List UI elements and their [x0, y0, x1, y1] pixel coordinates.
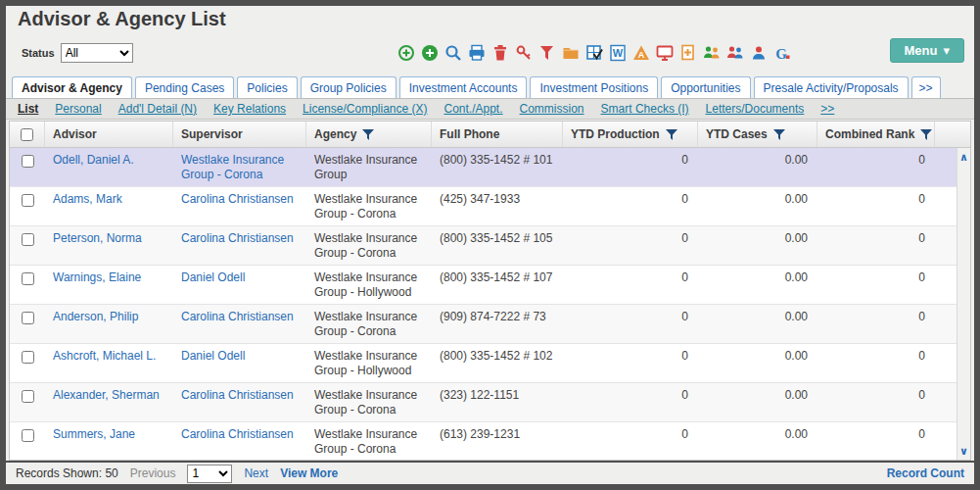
tab-pending-cases[interactable]: Pending Cases — [135, 76, 234, 98]
filter-icon[interactable] — [666, 129, 677, 140]
row-checkbox[interactable] — [22, 312, 34, 324]
filter-export-icon[interactable] — [538, 44, 556, 62]
column-header-ytd-production[interactable]: YTD Production — [563, 122, 698, 147]
row-checkbox[interactable] — [22, 429, 34, 442]
advisor-cell: Summers, Jane — [45, 422, 173, 460]
print-icon[interactable] — [468, 44, 486, 62]
monitor-icon[interactable] — [656, 44, 674, 62]
smart-checks-icon[interactable] — [585, 44, 603, 62]
subnav-item-letters-documents[interactable]: Letters/Documents — [706, 102, 805, 116]
column-header-combined-rank[interactable]: Combined Rank — [817, 122, 935, 147]
subnav-item-list[interactable]: List — [18, 102, 38, 116]
contact-icon[interactable] — [750, 44, 768, 62]
filter-icon[interactable] — [773, 129, 785, 140]
supervisor-cell: Carolina Christiansen — [173, 422, 306, 460]
word-doc-icon[interactable]: W — [609, 44, 627, 62]
select-all-checkbox[interactable] — [21, 128, 33, 141]
table-row[interactable]: Ashcroft, Michael L.Daniel OdellWestlake… — [10, 344, 970, 383]
advisor-link[interactable]: Adams, Mark — [53, 192, 122, 206]
subnav-item-key-relations[interactable]: Key Relations — [213, 102, 286, 116]
supervisor-cell: Carolina Christiansen — [173, 226, 306, 265]
row-checkbox[interactable] — [22, 272, 34, 285]
tab-overflow[interactable]: >> — [911, 76, 941, 98]
row-checkbox[interactable] — [22, 233, 34, 246]
tab-opportunities[interactable]: Opportunities — [661, 76, 750, 98]
table-row[interactable]: Anderson, PhilipCarolina ChristiansenWes… — [10, 305, 970, 344]
column-header-supervisor[interactable]: Supervisor — [173, 122, 306, 147]
vertical-scrollbar[interactable]: ∧ ∨ — [957, 148, 970, 460]
combined-rank-cell: 0 — [817, 148, 935, 186]
advisor-link[interactable]: Alexander, Sherman — [53, 388, 160, 402]
column-header-full-phone[interactable]: Full Phone — [432, 122, 563, 147]
combined-rank-cell: 0 — [817, 422, 935, 460]
tab-policies[interactable]: Policies — [237, 76, 297, 98]
row-checkbox[interactable] — [22, 194, 34, 207]
tab-presale-activity-proposals[interactable]: Presale Activity/Proposals — [754, 76, 909, 98]
row-checkbox-cell — [10, 187, 45, 225]
supervisor-link[interactable]: Daniel Odell — [181, 270, 245, 284]
supervisor-link[interactable]: Carolina Christiansen — [181, 388, 294, 402]
previous-link[interactable]: Previous — [130, 466, 176, 480]
add-outline-icon[interactable] — [397, 44, 415, 62]
subnav-item-commission[interactable]: Commission — [520, 102, 584, 116]
add-icon[interactable] — [421, 44, 439, 62]
table-row[interactable]: Summers, JaneCarolina ChristiansenWestla… — [10, 422, 970, 460]
next-link[interactable]: Next — [244, 466, 268, 480]
supervisor-link[interactable]: Carolina Christiansen — [181, 192, 294, 206]
supervisor-link[interactable]: Carolina Christiansen — [181, 427, 294, 441]
subnav-overflow[interactable]: >> — [820, 102, 834, 116]
column-header-advisor[interactable]: Advisor — [45, 122, 173, 147]
table-row[interactable]: Warnings, ElaineDaniel OdellWestlake Ins… — [10, 266, 970, 305]
tab-advisor-agency[interactable]: Advisor & Agency — [12, 76, 132, 98]
tab-investment-accounts[interactable]: Investment Accounts — [399, 76, 528, 98]
ytd-production-cell: 0 — [563, 226, 698, 265]
status-select[interactable]: All — [61, 43, 133, 63]
combined-rank-cell: 0 — [817, 187, 935, 225]
delete-icon[interactable] — [491, 44, 509, 62]
row-checkbox[interactable] — [22, 155, 34, 168]
view-more-link[interactable]: View More — [280, 466, 338, 480]
tab-group-policies[interactable]: Group Policies — [301, 76, 397, 98]
advisor-link[interactable]: Anderson, Philip — [53, 310, 138, 323]
row-checkbox[interactable] — [22, 351, 34, 364]
supervisor-link[interactable]: Daniel Odell — [181, 349, 245, 363]
table-row[interactable]: Odell, Daniel A.Westlake Insurance Group… — [10, 148, 970, 187]
folder-icon[interactable] — [562, 44, 580, 62]
subnav-item-license-compliance-x-[interactable]: License/Compliance (X) — [303, 102, 427, 116]
subnav-item-smart-checks-i-[interactable]: Smart Checks (I) — [601, 102, 689, 116]
scroll-up-icon[interactable]: ∧ — [957, 150, 970, 164]
ytd-production-cell: 0 — [563, 305, 698, 343]
menu-button[interactable]: Menu ▾ — [890, 38, 964, 63]
supervisor-link[interactable]: Westlake Insurance Group - Corona — [181, 153, 284, 181]
search-icon[interactable] — [444, 44, 462, 62]
record-count-link[interactable]: Record Count — [887, 466, 964, 480]
subnav-item-add-l-detail-n-[interactable]: Add'l Detail (N) — [118, 102, 197, 116]
filter-icon[interactable] — [920, 129, 932, 140]
key-icon[interactable] — [515, 44, 533, 62]
google-icon[interactable]: G — [773, 44, 791, 62]
column-header-agency[interactable]: Agency — [306, 122, 432, 147]
advisor-link[interactable]: Odell, Daniel A. — [53, 153, 134, 167]
supervisor-link[interactable]: Carolina Christiansen — [181, 231, 294, 245]
subnav-item-cont-appt-[interactable]: Cont./Appt. — [443, 102, 502, 116]
row-checkbox[interactable] — [22, 390, 34, 403]
table-row[interactable]: Alexander, ShermanCarolina ChristiansenW… — [10, 383, 970, 422]
filter-icon[interactable] — [362, 129, 374, 140]
scroll-down-icon[interactable]: ∨ — [957, 444, 970, 458]
ytd-cases-cell: 0.00 — [698, 305, 817, 343]
column-header-ytd-cases[interactable]: YTD Cases — [698, 122, 817, 147]
advisor-link[interactable]: Warnings, Elaine — [53, 270, 141, 284]
advisor-link[interactable]: Summers, Jane — [53, 427, 135, 441]
page-select[interactable]: 1 — [187, 465, 232, 483]
doc-add-icon[interactable] — [679, 44, 697, 62]
advisor-link[interactable]: Ashcroft, Michael L. — [53, 349, 156, 363]
table-row[interactable]: Peterson, NormaCarolina ChristiansenWest… — [10, 226, 970, 266]
add-contacts-icon[interactable] — [703, 44, 721, 62]
subnav-item-personal[interactable]: Personal — [55, 102, 101, 116]
advisor-link[interactable]: Peterson, Norma — [53, 231, 142, 245]
tab-investment-positions[interactable]: Investment Positions — [530, 76, 658, 98]
supervisor-link[interactable]: Carolina Christiansen — [181, 310, 294, 323]
warning-icon[interactable]: A — [632, 44, 650, 62]
table-row[interactable]: Adams, MarkCarolina ChristiansenWestlake… — [10, 187, 970, 226]
contacts-icon[interactable] — [726, 44, 744, 62]
